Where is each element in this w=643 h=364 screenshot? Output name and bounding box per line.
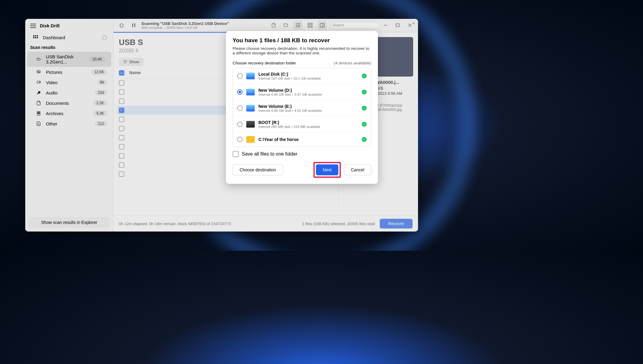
drive-icon: [246, 121, 255, 128]
count-badge: 224: [95, 90, 107, 95]
sidebar-item-label: Audio: [46, 90, 91, 95]
save-one-folder-checkbox[interactable]: [233, 151, 239, 157]
radio[interactable]: [237, 89, 243, 95]
app-window: Disk Drill Dashboard Scan results USB Sa…: [25, 19, 418, 232]
sidebar-item-label: Dashboard: [43, 35, 98, 40]
destination-name: New Volume (E:): [258, 104, 358, 109]
destination-sub: Internal 4.88 GB disk • 3.97 GB availabl…: [258, 93, 358, 96]
radio[interactable]: [237, 122, 243, 127]
radio[interactable]: [237, 105, 243, 111]
svg-rect-2: [37, 35, 38, 36]
sidebar-item-other[interactable]: Other112: [25, 118, 113, 129]
drive-icon: [246, 105, 255, 112]
svg-rect-11: [38, 112, 39, 113]
destination-new-volume-d-[interactable]: New Volume (D:)Internal 4.88 GB disk • 3…: [233, 84, 371, 100]
destination-sub: Internal 107 GB disk • 10.1 GB available: [258, 77, 358, 80]
count-badge: 20.4K: [90, 57, 105, 62]
category-icon: [36, 101, 42, 105]
destination-c-year-of-the-horse[interactable]: C:\Year of the horse✓: [233, 132, 371, 146]
choose-destination-button[interactable]: Choose destination: [233, 164, 283, 175]
sidebar-section-title: Scan results: [25, 43, 113, 52]
sidebar-item-audio[interactable]: Audio224: [25, 88, 113, 98]
svg-rect-9: [37, 81, 40, 83]
count-badge: 2.2K: [93, 100, 107, 106]
app-title: Disk Drill: [40, 23, 60, 28]
destination-boot-r-[interactable]: BOOT (R:)Internal 260 MB disk • 223 MB a…: [233, 116, 371, 132]
category-icon: [36, 80, 42, 85]
radio[interactable]: [237, 73, 243, 79]
svg-rect-6: [37, 59, 40, 60]
sidebar-item-label: Documents: [46, 101, 89, 106]
sidebar-item-usb-sandisk-3-2gen1-[interactable]: USB SanDisk 3.2Gen1...20.4K: [27, 52, 111, 67]
sidebar-item-label: USB SanDisk 3.2Gen1...: [46, 54, 85, 64]
check-ok-icon: ✓: [362, 137, 367, 142]
check-ok-icon: ✓: [362, 122, 367, 127]
svg-rect-12: [38, 113, 39, 114]
sidebar-item-documents[interactable]: Documents2.2K: [25, 98, 113, 108]
devices-count: (4 devices available): [334, 61, 371, 65]
main-pane: Scanning "USB SanDisk 3.2Gen1 USB Device…: [113, 19, 418, 232]
svg-point-8: [38, 71, 38, 72]
category-icon: [36, 70, 42, 74]
drive-icon: [246, 73, 255, 79]
category-icon: [36, 57, 42, 62]
sidebar-item-label: Video: [46, 80, 93, 85]
svg-rect-5: [37, 37, 38, 38]
destination-local-disk-c-[interactable]: Local Disk (C:)Internal 107 GB disk • 10…: [233, 68, 371, 84]
sidebar-item-archives[interactable]: Archives5.3K: [25, 108, 113, 118]
sidebar-item-video[interactable]: Video66: [25, 77, 113, 88]
category-icon: [36, 121, 42, 126]
svg-rect-3: [33, 37, 34, 38]
recovery-destination-modal: You have 1 files / 188 KB to recover Ple…: [226, 31, 378, 184]
count-badge: 112: [95, 121, 107, 126]
destination-name: Local Disk (C:): [258, 72, 358, 77]
choose-dest-label: Choose recovery destination folder: [233, 61, 296, 65]
sidebar-item-pictures[interactable]: Pictures12.5K: [25, 67, 113, 77]
destination-name: C:\Year of the horse: [258, 137, 358, 142]
category-icon: [36, 90, 42, 95]
sidebar: Disk Drill Dashboard Scan results USB Sa…: [25, 19, 113, 232]
sidebar-item-label: Archives: [46, 111, 89, 116]
modal-description: Please choose recovery destination. It i…: [233, 46, 371, 55]
check-ok-icon: ✓: [362, 74, 367, 78]
category-icon: [36, 111, 42, 116]
svg-rect-4: [35, 37, 36, 38]
destination-name: New Volume (D:): [258, 88, 358, 93]
next-button[interactable]: Next: [316, 164, 339, 175]
radio[interactable]: [237, 137, 243, 142]
destination-new-volume-e-[interactable]: New Volume (E:)Internal 4.88 GB disk • 4…: [233, 100, 371, 116]
hamburger-icon[interactable]: [30, 24, 36, 28]
check-ok-icon: ✓: [362, 106, 367, 111]
svg-rect-1: [35, 35, 36, 36]
spinner-icon: [102, 35, 107, 40]
sidebar-item-label: Other: [46, 121, 91, 126]
count-badge: 5.3K: [93, 111, 107, 116]
sidebar-header: Disk Drill: [25, 19, 113, 33]
count-badge: 12.5K: [92, 69, 107, 75]
highlight-annotation: Next: [313, 162, 341, 178]
drive-icon: [246, 136, 255, 143]
check-ok-icon: ✓: [362, 90, 367, 94]
count-badge: 66: [97, 80, 107, 85]
sidebar-item-dashboard[interactable]: Dashboard: [25, 33, 113, 43]
cancel-button[interactable]: Cancel: [344, 164, 371, 175]
grid-icon: [33, 35, 39, 40]
destination-sub: Internal 4.88 GB disk • 4.81 GB availabl…: [258, 109, 358, 112]
destination-name: BOOT (R:): [258, 120, 358, 125]
show-results-explorer-button[interactable]: Show scan results in Explorer: [29, 217, 109, 228]
save-one-folder-row[interactable]: Save all files to one folder: [233, 151, 371, 157]
sidebar-item-label: Pictures: [46, 70, 87, 75]
svg-rect-0: [33, 35, 34, 36]
modal-title: You have 1 files / 188 KB to recover: [233, 37, 371, 44]
destination-sub: Internal 260 MB disk • 223 MB available: [258, 125, 358, 129]
destination-list[interactable]: Local Disk (C:)Internal 107 GB disk • 10…: [233, 68, 371, 147]
drive-icon: [246, 89, 255, 95]
